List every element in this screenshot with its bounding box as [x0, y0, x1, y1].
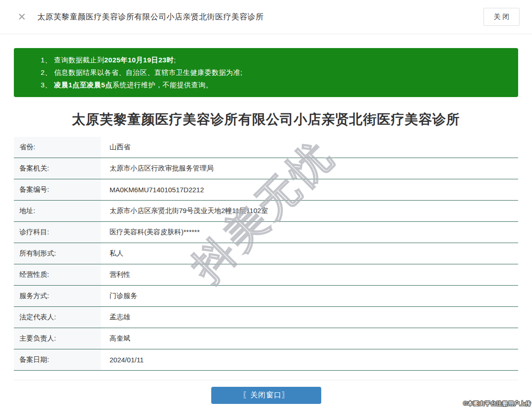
row-label: 法定代表人: — [14, 307, 101, 328]
row-value: 营利性 — [101, 264, 130, 285]
page-title: 太原芙黎童颜医疗美容诊所有限公司小店亲贤北街医疗美容诊所 — [14, 110, 518, 129]
table-row-filing-number: 备案编号: MA0KM6MU714010517D2212 — [14, 179, 518, 201]
row-value: 孟志雄 — [101, 307, 130, 328]
table-row-medical-subjects: 诊疗科目: 医疗美容科(美容皮肤科)****** — [14, 222, 518, 243]
row-label: 备案编号: — [14, 179, 101, 200]
table-row-filing-authority: 备案机关: 太原市小店区行政审批服务管理局 — [14, 158, 518, 179]
main-content: 1、 查询数据截止到2025年10月19日23时; 2、 信息数据结果以各省、自… — [0, 34, 532, 404]
table-row-filing-date: 备案日期: 2024/01/11 — [14, 349, 518, 371]
info-table: 省份: 山西省 备案机关: 太原市小店区行政审批服务管理局 备案编号: MA0K… — [14, 137, 518, 371]
footer-bar: 〖关闭窗口〗 — [14, 380, 518, 404]
notice-text: 2、 信息数据结果以各省、自治区、直辖市卫生健康委数据为准; — [41, 68, 243, 76]
table-row-legal-representative: 法定代表人: 孟志雄 — [14, 307, 518, 328]
table-row-address: 地址: 太原市小店区亲贤北街79号茂业天地2幢11层1102室 — [14, 201, 518, 222]
row-value: 太原市小店区行政审批服务管理局 — [101, 158, 214, 179]
row-label: 地址: — [14, 201, 101, 221]
row-value: 医疗美容科(美容皮肤科)****** — [101, 222, 200, 243]
row-value: MA0KM6MU714010517D2212 — [101, 179, 204, 200]
row-label: 经营性质: — [14, 264, 101, 285]
row-label: 诊疗科目: — [14, 222, 101, 243]
table-row-service-mode: 服务方式: 门诊服务 — [14, 286, 518, 307]
header-title: 太原芙黎童颜医疗美容诊所有限公司小店亲贤北街医疗美容诊所 — [37, 12, 263, 22]
row-label: 所有制形式: — [14, 243, 101, 264]
row-value: 2024/01/11 — [101, 349, 144, 370]
row-label: 服务方式: — [14, 286, 101, 306]
notice-line-3: 3、 凌晨1点至凌晨5点系统进行维护，不能提供查询。 — [41, 79, 509, 91]
table-row-main-person-in-charge: 主要负责人: 高奎斌 — [14, 328, 518, 349]
header-close-button[interactable]: 关 闭 — [483, 8, 520, 26]
row-label: 主要负责人: — [14, 328, 101, 349]
row-value: 山西省 — [101, 137, 130, 158]
notice-line-1: 1、 查询数据截止到2025年10月19日23时; — [41, 54, 509, 66]
notice-text: 1、 查询数据截止到 — [41, 56, 104, 64]
notice-bold-text: 凌晨1点至凌晨5点 — [54, 81, 112, 89]
upload-copyright-note: ©本图由平台注册用户上传 — [463, 400, 531, 408]
modal-header: ✕ 太原芙黎童颜医疗美容诊所有限公司小店亲贤北街医疗美容诊所 关 闭 — [0, 0, 532, 34]
notice-text: ; — [174, 56, 176, 64]
row-label: 备案日期: — [14, 349, 101, 370]
table-row-province: 省份: 山西省 — [14, 137, 518, 158]
table-row-ownership: 所有制形式: 私人 — [14, 243, 518, 264]
row-label: 省份: — [14, 137, 101, 158]
notice-bold-text: 2025年10月19日23时 — [104, 56, 174, 64]
notice-line-2: 2、 信息数据结果以各省、自治区、直辖市卫生健康委数据为准; — [41, 66, 509, 79]
row-value: 门诊服务 — [101, 286, 137, 306]
table-row-business-nature: 经营性质: 营利性 — [14, 264, 518, 286]
notice-text: 3、 — [41, 81, 54, 89]
close-x-icon[interactable]: ✕ — [18, 12, 26, 22]
row-value: 私人 — [101, 243, 123, 264]
row-label: 备案机关: — [14, 158, 101, 179]
notice-banner: 1、 查询数据截止到2025年10月19日23时; 2、 信息数据结果以各省、自… — [14, 48, 518, 97]
notice-text: 系统进行维护，不能提供查询。 — [112, 81, 213, 89]
row-value: 高奎斌 — [101, 328, 130, 349]
close-window-button[interactable]: 〖关闭窗口〗 — [211, 387, 321, 404]
row-value: 太原市小店区亲贤北街79号茂业天地2幢11层1102室 — [101, 201, 268, 221]
